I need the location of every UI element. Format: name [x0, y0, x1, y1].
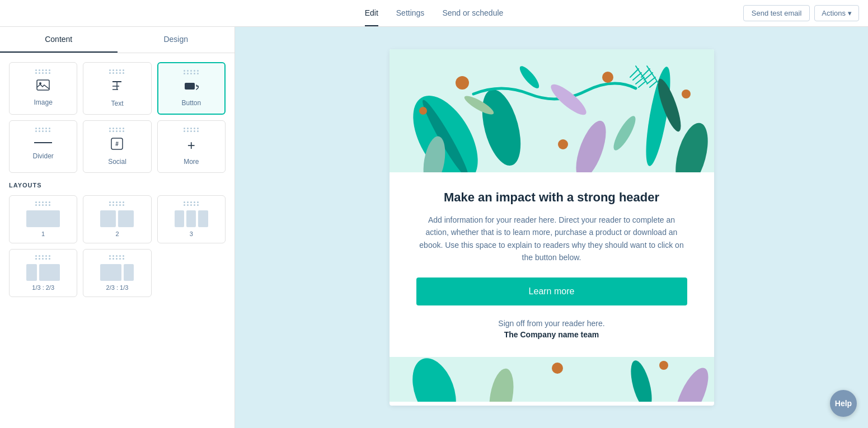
layout-3[interactable]: 3 [157, 195, 226, 243]
layout-1-3-label: 1/3 : 2/3 [32, 284, 54, 291]
chevron-down-icon: ▾ [848, 9, 852, 17]
svg-point-19 [419, 107, 427, 115]
tile-button-dots [184, 70, 199, 74]
tile-divider[interactable]: Divider [9, 120, 77, 173]
nav-tabs: Edit Settings Send or schedule [365, 1, 504, 26]
email-signoff: Sign off from your reader here. [416, 319, 687, 328]
svg-point-16 [602, 72, 613, 83]
layout-1-dots [35, 201, 51, 206]
layout-3-preview [175, 210, 208, 227]
more-plus-icon: + [187, 138, 195, 153]
layout-2-label: 2 [115, 231, 119, 237]
help-button[interactable]: Help [830, 390, 857, 417]
content-tiles-section: Image [0, 53, 234, 182]
tile-image-dots [35, 69, 51, 74]
tile-social[interactable]: # Social [83, 120, 151, 173]
tile-social-dots [109, 128, 125, 132]
tile-image[interactable]: Image [9, 62, 77, 115]
layout-1-3-2-3[interactable]: 1/3 : 2/3 [9, 249, 77, 297]
layouts-grid-row2: 1/3 : 2/3 2/3 : 1/3 [9, 249, 226, 297]
layout-2-preview [100, 210, 134, 227]
layout-3-dots [184, 201, 199, 206]
panel-tab-content[interactable]: Content [0, 27, 118, 53]
layout-1[interactable]: 1 [9, 195, 77, 243]
layouts-section: LAYOUTS 1 [0, 182, 234, 306]
tab-edit[interactable]: Edit [365, 1, 378, 26]
tab-settings[interactable]: Settings [396, 1, 425, 26]
tile-more-label: More [184, 158, 199, 166]
tile-divider-label: Divider [32, 152, 53, 160]
center-content: Make an impact with a strong header Add … [235, 27, 868, 428]
content-tiles-grid: Image [9, 62, 226, 173]
left-panel: Content Design [0, 27, 235, 428]
email-heading: Make an impact with a strong header [416, 190, 687, 205]
tile-text-dots [109, 69, 125, 74]
tile-social-label: Social [108, 158, 126, 166]
layout-2-dots [109, 201, 125, 206]
actions-label: Actions [822, 9, 846, 17]
email-body: Make an impact with a strong header Add … [390, 172, 714, 357]
email-card: Make an impact with a strong header Add … [390, 49, 714, 406]
layout-1-3-dots [35, 255, 51, 260]
image-icon [36, 79, 50, 94]
tab-send-schedule[interactable]: Send or schedule [442, 1, 503, 26]
email-body-text: Add information for your reader here. Di… [416, 214, 687, 264]
nav-actions: Send test email Actions ▾ [743, 5, 859, 21]
layout-1-3-preview [26, 264, 60, 281]
email-cta-button[interactable]: Learn more [416, 278, 687, 305]
panel-tabs: Content Design [0, 27, 234, 53]
svg-rect-0 [37, 80, 49, 90]
svg-point-30 [552, 363, 563, 374]
layouts-grid-row1: 1 2 [9, 195, 226, 243]
svg-point-18 [558, 139, 568, 149]
tile-divider-dots [35, 128, 51, 132]
panel-tab-design[interactable]: Design [118, 27, 235, 53]
email-header-image [390, 49, 714, 172]
svg-point-31 [659, 361, 668, 370]
tile-image-label: Image [34, 98, 52, 106]
svg-point-15 [456, 76, 469, 90]
layout-2-3-1-3[interactable]: 2/3 : 1/3 [83, 249, 151, 297]
layout-2-3-label: 2/3 : 1/3 [106, 284, 129, 291]
tile-button-label: Button [181, 99, 201, 107]
layout-2[interactable]: 2 [83, 195, 151, 243]
layout-1-label: 1 [41, 231, 45, 237]
divider-icon [34, 138, 52, 148]
tile-button[interactable]: Button [157, 62, 226, 115]
svg-text:#: # [116, 141, 119, 147]
social-icon: # [111, 138, 123, 153]
top-navigation: Edit Settings Send or schedule Send test… [0, 0, 868, 27]
main-layout: Content Design [0, 27, 868, 428]
tile-text-label: Text [111, 100, 123, 107]
svg-point-17 [682, 90, 691, 98]
layout-3-label: 3 [190, 231, 193, 237]
button-icon [184, 80, 199, 95]
email-company: The Company name team [416, 330, 687, 339]
tile-more[interactable]: + More [157, 120, 226, 173]
layouts-section-label: LAYOUTS [9, 182, 226, 189]
layout-2-3-preview [100, 264, 134, 281]
send-test-email-button[interactable]: Send test email [743, 5, 810, 21]
email-footer-image [390, 357, 714, 402]
actions-button[interactable]: Actions ▾ [814, 5, 859, 21]
layout-1-preview [26, 210, 60, 227]
tile-text[interactable]: Text [83, 62, 151, 115]
layout-2-3-dots [109, 255, 125, 260]
svg-rect-6 [185, 83, 195, 90]
text-icon [110, 79, 124, 95]
tile-more-dots [184, 128, 199, 132]
